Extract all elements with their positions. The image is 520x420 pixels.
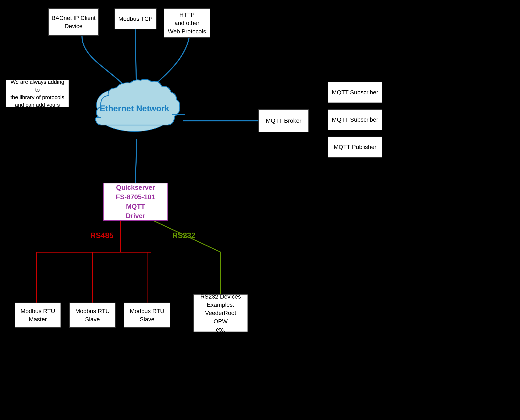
modbus-tcp-box: Modbus TCP: [114, 8, 157, 30]
modbus-rtu-slave1-label: Modbus RTUSlave: [75, 307, 110, 323]
mqtt-subscriber2-box: MQTT Subscriber: [328, 109, 382, 130]
bacnet-ip-box: BACnet IP Client Device: [48, 8, 99, 36]
quickserver-label: QuickserverFS-8705-101 MQTTDriver: [108, 183, 163, 220]
rs232-devices-box: RS232 DevicesExamples:VeederRootOPWetc.: [193, 294, 248, 332]
modbus-rtu-slave2-label: Modbus RTUSlave: [130, 307, 164, 323]
modbus-rtu-slave1-box: Modbus RTUSlave: [69, 303, 116, 328]
http-box: HTTPand otherWeb Protocols: [164, 8, 210, 38]
mqtt-publisher-box: MQTT Publisher: [328, 136, 382, 158]
http-label: HTTPand otherWeb Protocols: [168, 11, 206, 36]
modbus-rtu-slave2-box: Modbus RTUSlave: [124, 303, 170, 328]
modbus-tcp-label: Modbus TCP: [119, 15, 153, 23]
modbus-rtu-master-label: Modbus RTUMaster: [21, 307, 55, 323]
note-label: We are always adding tothe library of pr…: [9, 78, 66, 109]
mqtt-publisher-label: MQTT Publisher: [334, 143, 376, 151]
mqtt-broker-box: MQTT Broker: [258, 109, 309, 132]
rs232-devices-label: RS232 DevicesExamples:VeederRootOPWetc.: [200, 292, 241, 334]
modbus-rtu-master-box: Modbus RTUMaster: [15, 303, 61, 328]
ethernet-network-label: Ethernet Network: [100, 104, 169, 113]
mqtt-subscriber1-label: MQTT Subscriber: [332, 88, 378, 97]
ethernet-cloud: Ethernet Network: [84, 76, 185, 139]
mqtt-broker-label: MQTT Broker: [266, 117, 301, 125]
quickserver-box: QuickserverFS-8705-101 MQTTDriver: [103, 183, 168, 221]
bacnet-ip-label: BACnet IP Client Device: [51, 14, 96, 30]
rs232-label: RS232: [172, 231, 196, 240]
mqtt-subscriber1-box: MQTT Subscriber: [328, 82, 382, 103]
rs485-label: RS485: [90, 231, 113, 240]
mqtt-subscriber2-label: MQTT Subscriber: [332, 116, 378, 124]
note-box: We are always adding tothe library of pr…: [6, 80, 69, 107]
